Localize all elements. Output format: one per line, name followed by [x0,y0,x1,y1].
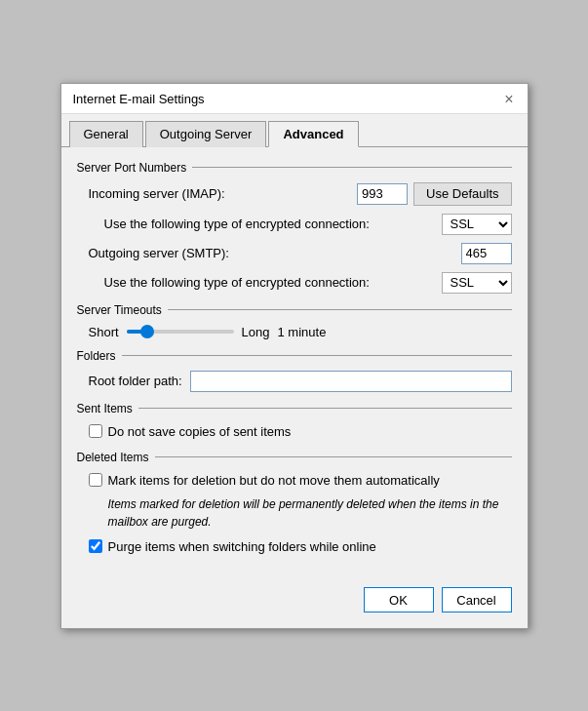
purge-label: Purge items when switching folders while… [108,538,376,556]
dialog-title: Internet E-mail Settings [73,92,205,106]
tab-outgoing-server[interactable]: Outgoing Server [145,121,267,147]
incoming-encrypt-label: Use the following type of encrypted conn… [104,217,442,231]
server-timeouts-title: Server Timeouts [77,303,162,317]
deleted-items-title: Deleted Items [77,451,149,464]
do-not-save-checkbox[interactable] [89,424,102,438]
incoming-encrypt-select[interactable]: SSL None TLS Auto [442,214,512,235]
outgoing-encrypt-controls: SSL None TLS Auto [442,272,512,294]
section-divider-timeouts [168,309,512,310]
section-divider-sent [138,408,512,409]
outgoing-encrypt-label: Use the following type of encrypted conn… [104,275,442,290]
incoming-encrypt-row: Use the following type of encrypted conn… [77,214,512,235]
slider-thumb[interactable] [140,325,154,338]
mark-deletion-label: Mark items for deletion but do not move … [108,472,440,490]
outgoing-encrypt-select[interactable]: SSL None TLS Auto [442,272,512,294]
incoming-server-row: Incoming server (IMAP): 993 Use Defaults [77,182,512,206]
dialog-footer: OK Cancel [61,577,528,626]
title-bar: Internet E-mail Settings × [61,84,528,114]
root-folder-input[interactable] [190,371,512,392]
do-not-save-label: Do not save copies of sent items [108,423,292,441]
tab-content: Server Port Numbers Incoming server (IMA… [61,147,528,578]
root-folder-row: Root folder path: [77,371,512,392]
folders-title: Folders [77,349,116,363]
deletion-info-text: Items marked for deletion will be perman… [77,495,512,531]
tab-advanced[interactable]: Advanced [268,121,358,147]
sent-items-header: Sent Items [77,402,512,415]
timeout-slider-track[interactable] [127,330,234,334]
section-divider-folders [122,355,512,356]
cancel-button[interactable]: Cancel [442,587,512,612]
do-not-save-row: Do not save copies of sent items [77,423,512,441]
short-label: Short [89,325,119,339]
incoming-server-controls: 993 Use Defaults [357,182,511,206]
outgoing-encrypt-row: Use the following type of encrypted conn… [77,272,512,294]
outgoing-server-label: Outgoing server (SMTP): [89,246,230,260]
deleted-items-section: Deleted Items Mark items for deletion bu… [77,451,512,556]
server-timeouts-section: Server Timeouts Short Long 1 minute [77,303,512,339]
incoming-encrypt-controls: SSL None TLS Auto [442,214,512,235]
folders-section: Folders Root folder path: [77,349,512,392]
ok-button[interactable]: OK [364,587,434,612]
sent-items-title: Sent Items [77,402,133,415]
purge-row: Purge items when switching folders while… [77,538,512,556]
incoming-server-label: Incoming server (IMAP): [89,186,225,201]
tab-general[interactable]: General [69,121,143,147]
outgoing-server-row: Outgoing server (SMTP): [77,243,512,264]
long-label: Long [242,325,270,339]
section-divider [192,167,511,168]
deleted-items-header: Deleted Items [77,451,512,464]
timeout-row: Short Long 1 minute [77,325,512,339]
mark-deletion-row: Mark items for deletion but do not move … [77,472,512,490]
mark-deletion-checkbox[interactable] [89,473,102,487]
sent-items-section: Sent Items Do not save copies of sent it… [77,402,512,441]
tabs-container: General Outgoing Server Advanced [61,114,528,147]
incoming-server-input[interactable]: 993 [357,183,408,205]
outgoing-server-controls [461,243,512,264]
server-timeouts-header: Server Timeouts [77,303,512,317]
close-button[interactable]: × [502,92,515,107]
folders-header: Folders [77,349,512,363]
server-port-numbers-section: Server Port Numbers Incoming server (IMA… [77,161,512,294]
use-defaults-button[interactable]: Use Defaults [413,182,511,206]
timeout-value: 1 minute [278,325,327,339]
server-port-numbers-header: Server Port Numbers [77,161,512,175]
internet-email-settings-dialog: Internet E-mail Settings × General Outgo… [60,83,529,629]
purge-checkbox[interactable] [89,539,102,553]
server-port-numbers-title: Server Port Numbers [77,161,187,175]
section-divider-deleted [155,456,512,457]
root-folder-label: Root folder path: [89,374,182,388]
outgoing-server-input[interactable] [461,243,512,264]
